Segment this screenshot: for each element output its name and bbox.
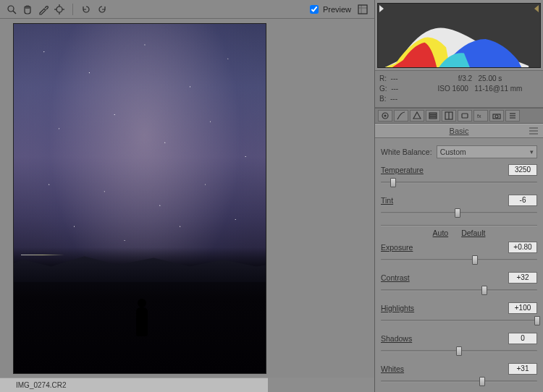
svg-point-18 — [495, 115, 498, 118]
svg-rect-10 — [429, 113, 437, 114]
svg-point-9 — [384, 115, 386, 116]
exposure-value[interactable]: +0.80 — [508, 242, 537, 253]
svg-rect-11 — [429, 115, 437, 116]
highlights-label: Highlights — [381, 304, 414, 312]
tint-label: Tint — [381, 196, 393, 205]
white-balance-label: White Balance: — [381, 148, 432, 156]
tab-fx-icon[interactable]: fx — [473, 110, 488, 122]
contrast-label: Contrast — [381, 273, 410, 282]
eyedropper-tool-icon[interactable] — [38, 4, 49, 15]
tab-detail-icon[interactable] — [410, 110, 424, 122]
panel-tab-strip: fx — [375, 108, 543, 124]
temperature-row: Temperature 3250 — [381, 164, 537, 187]
whites-label: Whites — [381, 365, 404, 373]
exposure-label: Exposure — [381, 243, 413, 252]
color-sampler-tool-icon[interactable] — [54, 4, 65, 15]
panel-title: Basic — [450, 127, 469, 135]
camera-raw-window: Preview IMG_0274.CR2 — [0, 0, 543, 392]
panel-menu-icon[interactable] — [529, 127, 539, 135]
contrast-row: Contrast+32 — [381, 272, 537, 295]
shadows-slider[interactable] — [381, 346, 537, 356]
highlights-slider[interactable] — [381, 315, 537, 325]
shadows-value[interactable]: 0 — [508, 333, 537, 344]
whites-slider[interactable] — [381, 376, 537, 386]
filename-bar: IMG_0274.CR2 — [0, 378, 268, 392]
tab-curve-icon[interactable] — [394, 110, 408, 122]
filename-label: IMG_0274.CR2 — [16, 381, 66, 389]
svg-rect-12 — [429, 117, 437, 119]
exposure-row: Exposure+0.80 — [381, 242, 537, 265]
panel-header: Basic — [375, 124, 543, 138]
histogram[interactable] — [377, 3, 541, 68]
chevron-down-icon: ▾ — [530, 148, 534, 155]
right-pane: R: --- G: --- B: --- f/3.2 25.00 s ISO 1… — [375, 0, 543, 392]
zoom-tool-icon[interactable] — [6, 4, 17, 15]
svg-text:fx: fx — [477, 114, 481, 119]
preview-checkbox-input[interactable] — [310, 5, 319, 14]
preview-checkbox[interactable]: Preview — [307, 3, 351, 16]
temperature-label: Temperature — [381, 166, 424, 174]
image-canvas[interactable] — [13, 23, 266, 374]
rotate-cw-icon[interactable] — [96, 4, 108, 15]
svg-point-0 — [8, 6, 14, 12]
basic-panel: White Balance: Custom▾ Temperature 3250 … — [375, 138, 543, 392]
white-balance-select[interactable]: Custom▾ — [437, 145, 537, 158]
tab-split-icon[interactable] — [442, 110, 456, 122]
contrast-value[interactable]: +32 — [508, 272, 537, 284]
whites-value[interactable]: +31 — [508, 363, 537, 375]
image-canvas-area — [0, 19, 374, 378]
exposure-slider[interactable] — [381, 255, 537, 265]
tab-basic-icon[interactable] — [378, 110, 392, 122]
preview-label: Preview — [323, 5, 351, 14]
fullscreen-icon[interactable] — [357, 4, 369, 15]
svg-point-2 — [56, 7, 62, 12]
tab-hsl-icon[interactable] — [426, 110, 440, 122]
rotate-ccw-icon[interactable] — [80, 4, 92, 15]
tint-row: Tint -6 — [381, 195, 537, 218]
temperature-slider[interactable] — [381, 177, 537, 187]
metadata-box: R: --- G: --- B: --- f/3.2 25.00 s ISO 1… — [375, 70, 543, 108]
tab-camera-icon[interactable] — [489, 110, 504, 122]
tint-slider[interactable] — [381, 208, 537, 218]
highlights-row: Highlights+100 — [381, 302, 537, 325]
temperature-value[interactable]: 3250 — [508, 164, 537, 176]
left-pane: Preview IMG_0274.CR2 — [0, 0, 375, 392]
tab-presets-icon[interactable] — [505, 110, 520, 122]
tint-value[interactable]: -6 — [508, 195, 537, 206]
main-toolbar: Preview — [0, 0, 374, 19]
default-button[interactable]: Default — [461, 229, 485, 237]
svg-line-1 — [13, 11, 16, 14]
contrast-slider[interactable] — [381, 285, 537, 295]
hand-tool-icon[interactable] — [22, 4, 33, 15]
shadows-label: Shadows — [381, 334, 412, 343]
tab-lens-icon[interactable] — [458, 110, 472, 122]
shadows-row: Shadows0 — [381, 333, 537, 356]
svg-rect-7 — [358, 5, 367, 14]
whites-row: Whites+31 — [381, 363, 537, 386]
auto-button[interactable]: Auto — [433, 229, 449, 237]
highlights-value[interactable]: +100 — [508, 302, 537, 314]
svg-rect-15 — [462, 114, 468, 118]
